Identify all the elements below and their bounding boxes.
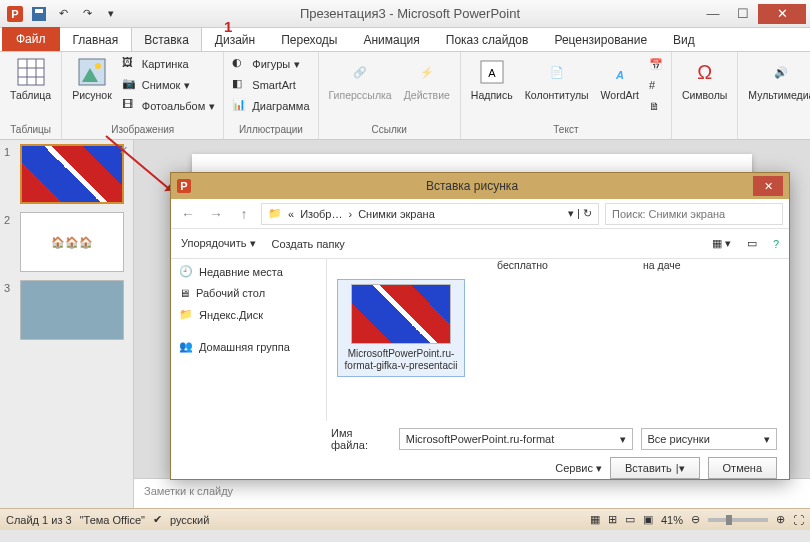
slide-thumb-2[interactable]: 2🏠🏠🏠 — [4, 212, 129, 272]
minimize-button[interactable]: — — [698, 4, 728, 24]
picture-button[interactable]: Рисунок — [68, 54, 116, 103]
hyperlink-button[interactable]: 🔗 Гиперссылка — [325, 54, 396, 103]
tab-slideshow[interactable]: Показ слайдов — [433, 27, 542, 51]
view-options-icon[interactable]: ▦ ▾ — [712, 237, 731, 250]
tab-view[interactable]: Вид — [660, 27, 708, 51]
chart-button[interactable]: 📊Диаграмма — [230, 96, 311, 116]
tab-review[interactable]: Рецензирование — [541, 27, 660, 51]
zoom-out-icon[interactable]: ⊖ — [691, 513, 700, 526]
help-icon[interactable]: ? — [773, 238, 779, 250]
quick-access-toolbar: P ↶ ↷ ▾ — [4, 3, 122, 25]
nav-back-icon[interactable]: ← — [177, 203, 199, 225]
tab-design[interactable]: Дизайн — [202, 27, 268, 51]
thumb-img-3 — [20, 280, 124, 340]
media-button[interactable]: 🔊Мультимедиа — [744, 54, 810, 103]
notes-pane[interactable]: Заметки к слайду — [134, 478, 810, 508]
organize-button[interactable]: Упорядочить ▾ — [181, 237, 256, 250]
filetype-field[interactable]: Все рисунки▾ — [641, 428, 778, 450]
action-button[interactable]: ⚡ Действие — [400, 54, 454, 103]
new-folder-button[interactable]: Создать папку — [272, 238, 345, 250]
album-button[interactable]: 🎞Фотоальбом ▾ — [120, 96, 218, 116]
status-theme: "Тема Office" — [80, 514, 145, 526]
breadcrumb[interactable]: 📁 «Изобр…› Снимки экрана ▾ | ↻ — [261, 203, 599, 225]
place-desktop[interactable]: 🖥Рабочий стол — [177, 285, 320, 301]
nav-up-icon[interactable]: ↑ — [233, 203, 255, 225]
maximize-button[interactable]: ☐ — [728, 4, 758, 24]
headerfooter-button[interactable]: 📄Колонтитулы — [521, 54, 593, 103]
annotation-1: 1 — [224, 18, 232, 35]
wordart-button[interactable]: AWordArt — [597, 54, 643, 103]
nav-fwd-icon[interactable]: → — [205, 203, 227, 225]
redo-icon[interactable]: ↷ — [76, 3, 98, 25]
places-pane[interactable]: 🕘Недавние места 🖥Рабочий стол 📁Яндекс.Ди… — [171, 259, 327, 421]
symbols-icon: Ω — [689, 56, 721, 88]
dialog-footer: Имя файла: MicrosoftPowerPoint.ru-format… — [171, 421, 789, 481]
qat-dropdown-icon[interactable]: ▾ — [100, 3, 122, 25]
picture-icon — [76, 56, 108, 88]
file-thumb-icon — [351, 284, 451, 344]
text-extra-2[interactable]: # — [647, 75, 665, 95]
zoom-in-icon[interactable]: ⊕ — [776, 513, 785, 526]
dialog-close-button[interactable]: ✕ — [753, 176, 783, 196]
tools-button[interactable]: Сервис ▾ — [555, 462, 602, 475]
text-extra-3[interactable]: 🗎 — [647, 96, 665, 116]
dialog-title: Вставка рисунка — [191, 179, 753, 193]
status-lang[interactable]: русский — [170, 514, 209, 526]
fit-icon[interactable]: ⛶ — [793, 514, 804, 526]
view-slideshow-icon[interactable]: ▣ — [643, 513, 653, 526]
place-yadisk[interactable]: 📁Яндекс.Диск — [177, 306, 320, 323]
group-illustrations-label: Иллюстрации — [230, 122, 311, 137]
window-title: Презентация3 - Microsoft PowerPoint — [122, 6, 698, 21]
table-label: Таблица — [10, 90, 51, 101]
text-extra-1[interactable]: 📅 — [647, 54, 665, 74]
thumb-img-2: 🏠🏠🏠 — [20, 212, 124, 272]
app-icon[interactable]: P — [4, 3, 26, 25]
place-homegroup[interactable]: 👥Домашняя группа — [177, 338, 320, 355]
svg-text:A: A — [615, 69, 624, 81]
save-icon[interactable] — [28, 3, 50, 25]
tab-insert[interactable]: Вставка — [131, 27, 202, 51]
view-normal-icon[interactable]: ▦ — [590, 513, 600, 526]
tab-animations[interactable]: Анимация — [350, 27, 432, 51]
symbols-button[interactable]: ΩСимволы — [678, 54, 731, 103]
zoom-slider[interactable] — [708, 518, 768, 522]
ribbon-tabs: Файл Главная Вставка Дизайн Переходы Ани… — [0, 28, 810, 52]
thumbnail-pane[interactable]: ✕ 1 2🏠🏠🏠 3 — [0, 140, 134, 508]
slide-thumb-1[interactable]: 1 — [4, 144, 129, 204]
dialog-body: 🕘Недавние места 🖥Рабочий стол 📁Яндекс.Ди… — [171, 259, 789, 421]
tab-home[interactable]: Главная — [60, 27, 132, 51]
tab-transitions[interactable]: Переходы — [268, 27, 350, 51]
file-item-1[interactable]: MicrosoftPowerPoint.ru-format-gifka-v-pr… — [337, 279, 465, 377]
table-button[interactable]: Таблица — [6, 54, 55, 103]
dialog-toolbar: Упорядочить ▾ Создать папку ▦ ▾ ▭ ? — [171, 229, 789, 259]
insert-button[interactable]: Вставить|▾ — [610, 457, 700, 479]
search-input[interactable] — [605, 203, 783, 225]
cancel-button[interactable]: Отмена — [708, 457, 777, 479]
place-recent[interactable]: 🕘Недавние места — [177, 263, 320, 280]
dialog-titlebar[interactable]: P Вставка рисунка ✕ — [171, 173, 789, 199]
shapes-button[interactable]: ◐Фигуры ▾ — [230, 54, 311, 74]
filename-field[interactable]: MicrosoftPowerPoint.ru-format▾ — [399, 428, 633, 450]
view-sorter-icon[interactable]: ⊞ — [608, 513, 617, 526]
window-controls: — ☐ ✕ — [698, 4, 806, 24]
chevron-down-icon: ▾ — [764, 433, 770, 446]
slide-thumb-3[interactable]: 3 — [4, 280, 129, 340]
smartart-button[interactable]: ◧SmartArt — [230, 75, 311, 95]
table-icon — [15, 56, 47, 88]
album-icon: 🎞 — [122, 98, 138, 114]
files-pane[interactable]: бесплатно на даче MicrosoftPowerPoint.ru… — [327, 259, 789, 421]
undo-icon[interactable]: ↶ — [52, 3, 74, 25]
clipart-button[interactable]: 🖼Картинка — [120, 54, 218, 74]
insert-picture-dialog: P Вставка рисунка ✕ ← → ↑ 📁 «Изобр…› Сни… — [170, 172, 790, 480]
close-button[interactable]: ✕ — [758, 4, 806, 24]
thumb-img-1 — [20, 144, 124, 204]
textbox-button[interactable]: AНадпись — [467, 54, 517, 103]
screenshot-button[interactable]: 📷Снимок ▾ — [120, 75, 218, 95]
preview-pane-icon[interactable]: ▭ — [747, 237, 757, 250]
filename-label: Имя файла: — [331, 427, 391, 451]
tab-file[interactable]: Файл — [2, 27, 60, 51]
titlebar: P ↶ ↷ ▾ Презентация3 - Microsoft PowerPo… — [0, 0, 810, 28]
spellcheck-icon[interactable]: ✔ — [153, 513, 162, 526]
view-reading-icon[interactable]: ▭ — [625, 513, 635, 526]
svg-text:A: A — [488, 67, 496, 79]
